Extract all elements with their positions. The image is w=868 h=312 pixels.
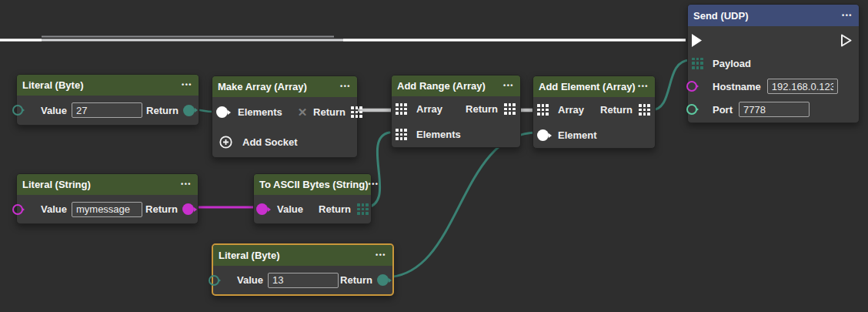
value-input[interactable] <box>72 102 142 118</box>
payload-row: Payload <box>688 52 859 75</box>
node-header[interactable]: To ASCII Bytes (String) ••• <box>254 174 371 195</box>
value-input[interactable] <box>268 273 339 288</box>
node-header[interactable]: Add Range (Array) ••• <box>392 75 520 96</box>
value-label: Value <box>277 203 303 215</box>
element-row: Element <box>533 122 655 148</box>
byte-output-port-icon[interactable] <box>377 274 389 286</box>
elements-input-port-icon[interactable] <box>396 129 407 140</box>
return-label: Return <box>145 203 178 215</box>
remove-socket-icon[interactable]: ✕ <box>298 106 308 118</box>
array-input-port-icon[interactable] <box>537 104 549 116</box>
node-literal-byte-1[interactable]: Literal (Byte) ••• Value Return <box>16 74 199 126</box>
value-input[interactable] <box>72 202 142 217</box>
node-menu-button[interactable]: ••• <box>376 252 386 259</box>
hostname-input-port-icon[interactable] <box>686 81 697 92</box>
elements-label: Elements <box>416 129 461 140</box>
port-label: Port <box>713 104 733 116</box>
node-header[interactable]: Make Array (Array) ••• <box>212 76 357 97</box>
node-menu-button[interactable]: ••• <box>340 83 351 90</box>
hostname-label: Hostname <box>713 81 761 92</box>
node-title: Literal (Byte) <box>22 79 83 91</box>
elements-label: Elements <box>238 106 282 118</box>
node-editor-canvas[interactable]: Literal (Byte) ••• Value Return Make Arr… <box>0 0 868 312</box>
byte-array-output-port-icon[interactable] <box>357 203 369 215</box>
node-header[interactable]: Add Element (Array) ••• <box>533 76 655 97</box>
byte-input-port-icon[interactable] <box>12 105 23 116</box>
node-menu-button[interactable]: ••• <box>638 83 649 90</box>
array-output-port-icon[interactable] <box>504 103 516 115</box>
node-add-element[interactable]: Add Element (Array) ••• Array Return Ele… <box>532 75 656 149</box>
value-label: Value <box>237 274 263 286</box>
node-menu-button[interactable]: ••• <box>182 82 192 89</box>
node-header[interactable]: Literal (Byte) ••• <box>17 75 199 96</box>
node-menu-button[interactable]: ••• <box>181 181 192 188</box>
array-row: Array Return <box>392 96 520 122</box>
port-input-port-icon[interactable] <box>686 104 697 115</box>
return-label: Return <box>146 105 179 116</box>
node-title: Add Element (Array) <box>539 81 636 92</box>
array-label: Array <box>416 103 442 115</box>
trigger-input-icon[interactable] <box>691 33 703 48</box>
wire-add-element-to-send-payload[interactable] <box>651 60 690 110</box>
node-make-array[interactable]: Make Array (Array) ••• Elements ✕ Return… <box>212 75 358 158</box>
node-title: Add Range (Array) <box>397 80 486 92</box>
return-label: Return <box>313 106 346 118</box>
port-row: Port <box>688 98 859 121</box>
payload-input-port-icon[interactable] <box>692 58 703 69</box>
hostname-row: Hostname <box>688 75 859 98</box>
array-output-port-icon[interactable] <box>639 104 650 116</box>
element-input-port-icon[interactable] <box>216 106 228 118</box>
element-input-port-icon[interactable] <box>537 129 549 141</box>
node-title: To ASCII Bytes (String) <box>259 179 369 190</box>
return-label: Return <box>319 203 351 215</box>
node-literal-byte-2[interactable]: Literal (Byte) ••• Value Return <box>212 243 394 296</box>
node-send-udp[interactable]: Send (UDP) ••• Payload Hostname <box>687 4 860 123</box>
value-row: Value Return <box>254 195 371 223</box>
return-label: Return <box>466 103 498 115</box>
value-row: Value Return <box>17 195 198 223</box>
trigger-row <box>688 29 859 52</box>
node-to-ascii-bytes[interactable]: To ASCII Bytes (String) ••• Value Return <box>253 173 372 224</box>
element-label: Element <box>558 129 597 141</box>
node-menu-button[interactable]: ••• <box>842 12 853 19</box>
node-header[interactable]: Send (UDP) ••• <box>688 5 859 26</box>
string-input-port-icon[interactable] <box>256 203 268 215</box>
elements-row: Elements ✕ Return <box>212 97 357 127</box>
node-title: Literal (Byte) <box>219 250 279 261</box>
byte-input-port-icon[interactable] <box>209 275 219 286</box>
value-label: Value <box>41 203 67 215</box>
string-input-port-icon[interactable] <box>12 204 23 215</box>
elements-row: Elements <box>392 122 520 147</box>
add-socket-label[interactable]: Add Socket <box>242 136 298 148</box>
node-literal-string[interactable]: Literal (String) ••• Value Return <box>16 173 199 224</box>
hostname-input[interactable] <box>767 79 838 94</box>
node-add-range[interactable]: Add Range (Array) ••• Array Return Eleme… <box>391 75 521 148</box>
wire-literal-byte-13-to-add-element[interactable] <box>385 133 537 277</box>
value-row: Value Return <box>213 266 392 294</box>
return-label: Return <box>600 104 633 116</box>
node-header[interactable]: Literal (String) ••• <box>17 174 198 195</box>
value-label: Value <box>41 105 67 116</box>
node-header[interactable]: Literal (Byte) ••• <box>213 245 392 266</box>
trigger-output-icon[interactable] <box>840 33 853 48</box>
node-title: Literal (String) <box>22 179 91 190</box>
string-output-port-icon[interactable] <box>182 203 194 215</box>
node-title: Send (UDP) <box>693 10 749 22</box>
array-row: Array Return <box>533 97 655 122</box>
byte-output-port-icon[interactable] <box>183 105 195 116</box>
add-socket-icon[interactable] <box>219 136 232 149</box>
payload-label: Payload <box>713 58 751 69</box>
return-label: Return <box>340 274 372 286</box>
node-menu-button[interactable]: ••• <box>369 181 379 188</box>
array-label: Array <box>558 104 584 116</box>
node-menu-button[interactable]: ••• <box>503 82 514 89</box>
port-input[interactable] <box>739 102 810 117</box>
value-row: Value Return <box>17 96 199 125</box>
array-output-port-icon[interactable] <box>351 106 362 118</box>
node-title: Make Array (Array) <box>218 81 307 92</box>
array-input-port-icon[interactable] <box>396 103 407 115</box>
add-socket-row[interactable]: Add Socket <box>212 127 357 157</box>
